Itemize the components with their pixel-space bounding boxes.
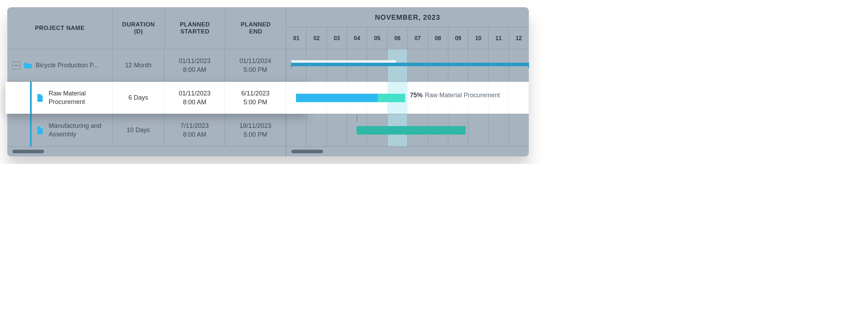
row-duration: 10 Days xyxy=(113,114,165,146)
day-header[interactable]: 08 xyxy=(428,27,448,49)
day-header[interactable]: 01 xyxy=(286,27,306,49)
row-end: 6/11/2023 5:00 PM xyxy=(225,82,286,114)
day-header[interactable]: 05 xyxy=(367,27,387,49)
col-duration-l1: DURATION xyxy=(122,21,154,28)
day-header[interactable]: 03 xyxy=(327,27,347,49)
row-start: 7/11/2023 8:00 AM xyxy=(164,114,225,146)
row-start-time: 8:00 AM xyxy=(183,130,206,139)
summary-progress xyxy=(291,60,396,63)
month-label: NOVEMBER, 2023 xyxy=(286,7,529,27)
row-end-time: 5:00 PM xyxy=(244,98,267,106)
col-header-planned-start[interactable]: PLANNED STARTED xyxy=(165,7,225,49)
day-header[interactable]: 06 xyxy=(388,27,408,49)
left-pane: PROJECT NAME DURATION (D) PLANNED STARTE… xyxy=(7,7,286,156)
file-icon xyxy=(37,126,45,135)
row-start: 01/11/2023 8:00 AM xyxy=(164,49,225,81)
day-header[interactable]: 12 xyxy=(509,27,529,49)
timeline-row[interactable] xyxy=(286,114,529,147)
row-start-time: 8:00 AM xyxy=(183,98,206,106)
col-duration-l2: (D) xyxy=(134,28,143,35)
day-header[interactable]: 11 xyxy=(488,27,509,49)
day-header[interactable]: 10 xyxy=(468,27,488,49)
right-scrollbar-track[interactable] xyxy=(286,147,529,156)
task-label-text: Raw Material Procurement xyxy=(425,92,500,99)
right-pane: NOVEMBER, 2023 01 02 03 04 05 06 07 08 0… xyxy=(286,7,529,156)
row-start-date: 01/11/2023 xyxy=(179,89,211,98)
hierarchy-marker xyxy=(30,114,32,146)
col-end-l1: PLANNED xyxy=(241,21,271,28)
task-bar[interactable] xyxy=(357,126,466,135)
col-header-duration[interactable]: DURATION (D) xyxy=(113,7,165,49)
file-icon xyxy=(37,94,45,102)
col-start-l2: STARTED xyxy=(180,28,210,35)
gantt-widget: PROJECT NAME DURATION (D) PLANNED STARTE… xyxy=(7,7,529,157)
row-name: Bicycle Production P... xyxy=(36,61,98,69)
row-name: Raw Material Procurement xyxy=(49,89,109,106)
row-start: 01/11/2023 8:00 AM xyxy=(164,82,225,114)
row-name: Manufacturing and Assembly xyxy=(49,122,109,138)
row-end-date: 01/11/2024 xyxy=(239,57,271,65)
row-end-time: 5:00 PM xyxy=(244,66,267,74)
col-end-l2: END xyxy=(249,28,262,35)
col-start-l1: PLANNED xyxy=(180,21,210,28)
task-bar-remaining xyxy=(378,94,405,102)
right-scrollbar-thumb[interactable] xyxy=(291,150,323,153)
table-row[interactable]: − Bicycle Production P... 12 Month 01/11… xyxy=(7,49,286,82)
left-scrollbar-track[interactable] xyxy=(7,147,286,156)
summary-bar[interactable] xyxy=(291,63,529,66)
day-header[interactable]: 09 xyxy=(448,27,468,49)
left-scrollbar-thumb[interactable] xyxy=(12,150,44,153)
day-header-row: 01 02 03 04 05 06 07 08 09 10 11 12 xyxy=(286,27,529,49)
table-row[interactable]: Manufacturing and Assembly 10 Days 7/11/… xyxy=(7,114,286,147)
row-start-time: 8:00 AM xyxy=(183,66,206,74)
day-header[interactable]: 04 xyxy=(347,27,367,49)
row-duration: 12 Month xyxy=(113,49,165,81)
col-header-name[interactable]: PROJECT NAME xyxy=(7,7,113,49)
day-header[interactable]: 02 xyxy=(306,27,327,49)
row-start-date: 7/11/2023 xyxy=(181,122,209,130)
timeline-row[interactable] xyxy=(286,49,529,82)
table-row[interactable]: Raw Material Procurement 6 Days 01/11/20… xyxy=(7,82,286,114)
timeline-header: NOVEMBER, 2023 01 02 03 04 05 06 07 08 0… xyxy=(286,7,529,49)
timeline-row[interactable]: 75%Raw Material Procurement xyxy=(286,82,529,114)
day-header[interactable]: 07 xyxy=(408,27,428,49)
row-end: 18/11/2023 5:00 PM xyxy=(225,114,286,146)
collapse-toggle[interactable]: − xyxy=(12,62,20,69)
row-end: 01/11/2024 5:00 PM xyxy=(225,49,286,81)
row-end-date: 18/11/2023 xyxy=(239,122,271,130)
row-end-date: 6/11/2023 xyxy=(241,89,269,98)
task-bar-label: 75%Raw Material Procurement xyxy=(410,92,500,99)
row-duration: 6 Days xyxy=(113,82,165,114)
row-end-time: 5:00 PM xyxy=(244,130,267,139)
task-bar[interactable] xyxy=(296,94,405,102)
col-header-planned-end[interactable]: PLANNED END xyxy=(225,7,286,49)
hierarchy-marker xyxy=(30,82,32,114)
folder-icon xyxy=(24,62,32,69)
task-progress-pct: 75% xyxy=(410,92,423,99)
row-start-date: 01/11/2023 xyxy=(179,57,211,65)
left-header: PROJECT NAME DURATION (D) PLANNED STARTE… xyxy=(7,7,286,49)
